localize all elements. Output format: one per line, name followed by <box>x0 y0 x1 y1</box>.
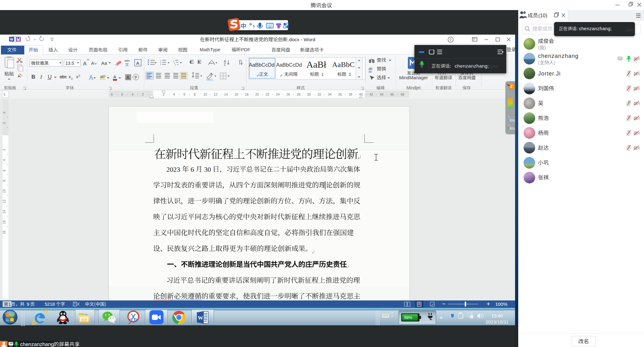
svg-text:K/s: K/s <box>510 118 515 122</box>
svg-text:K/s: K/s <box>510 126 515 130</box>
svg-text:--: -- <box>508 123 510 126</box>
svg-text:98%: 98% <box>404 315 412 320</box>
svg-text:W: W <box>198 315 203 321</box>
svg-text:--: -- <box>508 115 510 118</box>
